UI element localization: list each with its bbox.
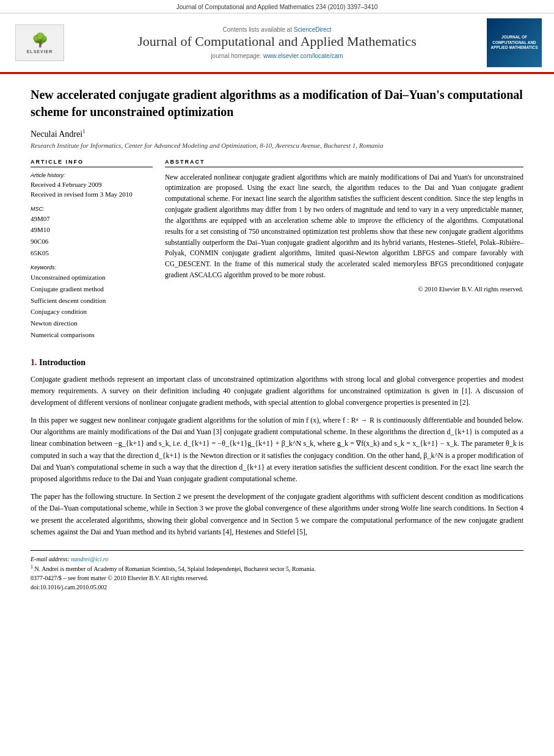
abstract-panel: ABSTRACT New accelerated nonlinear conju… bbox=[165, 159, 523, 347]
copyright-line: © 2010 Elsevier B.V. All rights reserved… bbox=[165, 286, 523, 293]
msc-label: MSC: bbox=[31, 206, 153, 212]
msc-val-4: 65K05 bbox=[31, 247, 153, 259]
email-label: E-mail address: bbox=[31, 556, 70, 562]
homepage-url[interactable]: www.elsevier.com/locate/cam bbox=[263, 53, 343, 59]
email-footnote: E-mail address: nandrei@ici.ro bbox=[31, 554, 523, 564]
msc-values: 49M07 49M10 90C06 65K05 bbox=[31, 213, 153, 259]
email-link[interactable]: nandrei@ici.ro bbox=[71, 556, 108, 562]
kw-5: Newton direction bbox=[31, 318, 153, 329]
author-sup: 1 bbox=[82, 129, 85, 134]
contents-label: Contents lists available at bbox=[223, 26, 292, 33]
homepage-label: journal homepage: bbox=[211, 53, 261, 59]
abstract-text: New accelerated nonlinear conjugate grad… bbox=[165, 172, 523, 281]
kw-3: Sufficient descent condition bbox=[31, 295, 153, 307]
journal-homepage-line: journal homepage: www.elsevier.com/locat… bbox=[67, 53, 487, 59]
elsevier-logo-area: 🌳 ELSEVIER bbox=[12, 24, 67, 61]
sciencedirect-line: Contents lists available at ScienceDirec… bbox=[67, 26, 487, 33]
article-info-abstract: ARTICLE INFO Article history: Received 4… bbox=[31, 159, 523, 347]
issn-text: 0377-0427/$ – see front matter © 2010 El… bbox=[31, 575, 208, 581]
journal-title: Journal of Computational and Applied Mat… bbox=[67, 33, 487, 51]
history-label: Article history: bbox=[31, 172, 153, 178]
intro-para-3-text: The paper has the following structure. I… bbox=[31, 492, 523, 536]
article-info-header: ARTICLE INFO bbox=[31, 159, 153, 167]
intro-para-1: Conjugate gradient methods represent an … bbox=[31, 374, 523, 409]
footnote-1: 1 N. Andrei is member of Academy of Roma… bbox=[31, 564, 523, 573]
keywords-label: Keywords: bbox=[31, 264, 153, 271]
author-affiliation: Research Institute for Informatics, Cent… bbox=[31, 142, 523, 149]
kw-6: Numerical comparisons bbox=[31, 329, 153, 341]
author-name: Neculai Andrei bbox=[31, 129, 82, 139]
msc-val-3: 90C06 bbox=[31, 236, 153, 247]
received2: Received in revised form 3 May 2010 bbox=[31, 189, 153, 200]
section-num: 1. bbox=[31, 358, 37, 367]
journal-citation: Journal of Computational and Applied Mat… bbox=[0, 0, 554, 13]
paper-content: New accelerated conjugate gradient algor… bbox=[0, 74, 554, 610]
kw-2: Conjugate gradient method bbox=[31, 283, 153, 295]
msc-section: MSC: 49M07 49M10 90C06 65K05 bbox=[31, 206, 153, 259]
issn-line: 0377-0427/$ – see front matter © 2010 El… bbox=[31, 573, 523, 583]
footnote-1-text: N. Andrei is member of Academy of Romani… bbox=[35, 565, 316, 572]
abstract-header: ABSTRACT bbox=[165, 159, 523, 167]
kw-1: Unconstrained optimization bbox=[31, 272, 153, 283]
journal-logo-box: JOURNAL OF COMPUTATIONAL AND APPLIED MAT… bbox=[487, 18, 542, 67]
intro-para-3: The paper has the following structure. I… bbox=[31, 491, 523, 538]
keywords-section: Keywords: Unconstrained optimization Con… bbox=[31, 264, 153, 340]
msc-val-1: 49M07 bbox=[31, 213, 153, 225]
citation-text: Journal of Computational and Applied Mat… bbox=[177, 4, 378, 10]
doi-line: doi:10.1016/j.cam.2010.05.002 bbox=[31, 583, 523, 592]
elsevier-logo: 🌳 ELSEVIER bbox=[15, 24, 64, 61]
footnote-area: E-mail address: nandrei@ici.ro 1 N. Andr… bbox=[31, 550, 523, 592]
paper-title: New accelerated conjugate gradient algor… bbox=[31, 86, 523, 120]
intro-para-1-text: Conjugate gradient methods represent an … bbox=[31, 375, 523, 407]
sciencedirect-link-text[interactable]: ScienceDirect bbox=[294, 26, 332, 33]
msc-val-2: 49M10 bbox=[31, 224, 153, 236]
doi-text: doi:10.1016/j.cam.2010.05.002 bbox=[31, 584, 107, 591]
tree-icon: 🌳 bbox=[32, 32, 48, 48]
kw-4: Conjugacy condition bbox=[31, 306, 153, 318]
section-title-text: Introduction bbox=[39, 358, 86, 367]
banner-right-title: JOURNAL OF COMPUTATIONAL AND APPLIED MAT… bbox=[489, 35, 539, 50]
received1: Received 4 February 2009 bbox=[31, 180, 153, 190]
intro-para-2: In this paper we suggest new nonlinear c… bbox=[31, 415, 523, 485]
elsevier-text: ELSEVIER bbox=[27, 49, 53, 54]
journal-banner: 🌳 ELSEVIER Contents lists available at S… bbox=[0, 13, 554, 73]
author-line: Neculai Andrei1 bbox=[31, 129, 523, 139]
banner-center: Contents lists available at ScienceDirec… bbox=[67, 26, 487, 60]
introduction-heading: 1. Introduction bbox=[31, 358, 523, 368]
history-section: Article history: Received 4 February 200… bbox=[31, 172, 153, 200]
article-info-panel: ARTICLE INFO Article history: Received 4… bbox=[31, 159, 153, 347]
intro-para-2-text: In this paper we suggest new nonlinear c… bbox=[31, 416, 523, 483]
keywords-list: Unconstrained optimization Conjugate gra… bbox=[31, 272, 153, 340]
